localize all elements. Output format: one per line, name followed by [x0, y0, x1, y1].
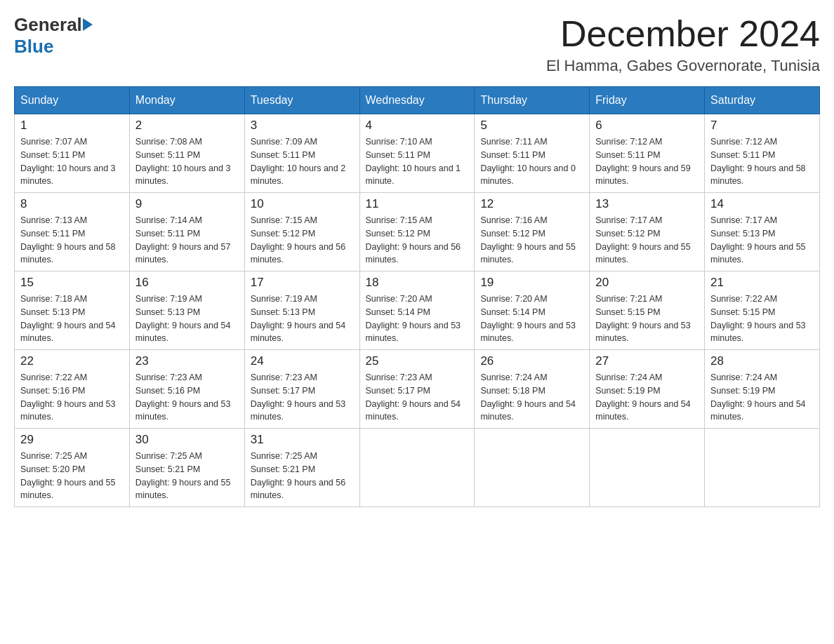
day-number: 19 [480, 276, 583, 290]
day-info: Sunrise: 7:25 AMSunset: 5:21 PMDaylight:… [135, 451, 231, 500]
calendar-cell: 4 Sunrise: 7:10 AMSunset: 5:11 PMDayligh… [359, 114, 475, 193]
day-number: 30 [135, 433, 239, 447]
calendar-cell: 22 Sunrise: 7:22 AMSunset: 5:16 PMDaylig… [15, 350, 130, 429]
calendar-cell: 7 Sunrise: 7:12 AMSunset: 5:11 PMDayligh… [705, 114, 820, 193]
day-info: Sunrise: 7:25 AMSunset: 5:21 PMDaylight:… [251, 451, 346, 500]
calendar-cell [705, 429, 820, 507]
day-number: 26 [480, 354, 583, 368]
calendar-cell: 5 Sunrise: 7:11 AMSunset: 5:11 PMDayligh… [475, 114, 590, 193]
day-number: 29 [20, 433, 124, 447]
calendar-cell: 16 Sunrise: 7:19 AMSunset: 5:13 PMDaylig… [129, 271, 244, 350]
day-number: 5 [480, 119, 583, 133]
day-info: Sunrise: 7:07 AMSunset: 5:11 PMDaylight:… [20, 137, 116, 186]
logo: General Blue [14, 14, 93, 58]
day-info: Sunrise: 7:13 AMSunset: 5:11 PMDaylight:… [20, 215, 116, 264]
calendar-week-row: 8 Sunrise: 7:13 AMSunset: 5:11 PMDayligh… [15, 193, 820, 271]
day-number: 22 [20, 354, 124, 368]
day-number: 21 [710, 276, 814, 290]
calendar-cell: 8 Sunrise: 7:13 AMSunset: 5:11 PMDayligh… [15, 193, 130, 271]
calendar-cell: 2 Sunrise: 7:08 AMSunset: 5:11 PMDayligh… [129, 114, 244, 193]
day-info: Sunrise: 7:12 AMSunset: 5:11 PMDaylight:… [710, 137, 806, 186]
day-info: Sunrise: 7:10 AMSunset: 5:11 PMDaylight:… [366, 137, 461, 186]
day-info: Sunrise: 7:17 AMSunset: 5:13 PMDaylight:… [710, 215, 806, 264]
day-number: 12 [480, 197, 583, 211]
calendar-cell: 21 Sunrise: 7:22 AMSunset: 5:15 PMDaylig… [705, 271, 820, 350]
day-info: Sunrise: 7:23 AMSunset: 5:16 PMDaylight:… [135, 373, 231, 422]
calendar-cell: 29 Sunrise: 7:25 AMSunset: 5:20 PMDaylig… [15, 429, 130, 507]
header-monday: Monday [129, 87, 244, 114]
day-number: 16 [135, 276, 239, 290]
day-info: Sunrise: 7:12 AMSunset: 5:11 PMDaylight:… [595, 137, 691, 186]
day-number: 17 [251, 276, 354, 290]
calendar-cell: 18 Sunrise: 7:20 AMSunset: 5:14 PMDaylig… [359, 271, 475, 350]
day-number: 18 [366, 276, 469, 290]
day-info: Sunrise: 7:17 AMSunset: 5:12 PMDaylight:… [595, 215, 691, 264]
day-info: Sunrise: 7:24 AMSunset: 5:19 PMDaylight:… [710, 373, 806, 422]
calendar-cell: 17 Sunrise: 7:19 AMSunset: 5:13 PMDaylig… [244, 271, 359, 350]
calendar-cell: 26 Sunrise: 7:24 AMSunset: 5:18 PMDaylig… [475, 350, 590, 429]
day-number: 1 [20, 119, 124, 133]
day-info: Sunrise: 7:21 AMSunset: 5:15 PMDaylight:… [595, 294, 691, 343]
calendar-cell [475, 429, 590, 507]
day-info: Sunrise: 7:08 AMSunset: 5:11 PMDaylight:… [135, 137, 231, 186]
day-info: Sunrise: 7:20 AMSunset: 5:14 PMDaylight:… [480, 294, 576, 343]
day-info: Sunrise: 7:22 AMSunset: 5:16 PMDaylight:… [20, 373, 116, 422]
day-info: Sunrise: 7:09 AMSunset: 5:11 PMDaylight:… [251, 137, 346, 186]
calendar-cell: 6 Sunrise: 7:12 AMSunset: 5:11 PMDayligh… [590, 114, 705, 193]
day-info: Sunrise: 7:19 AMSunset: 5:13 PMDaylight:… [251, 294, 346, 343]
calendar-cell: 23 Sunrise: 7:23 AMSunset: 5:16 PMDaylig… [129, 350, 244, 429]
day-info: Sunrise: 7:25 AMSunset: 5:20 PMDaylight:… [20, 451, 116, 500]
calendar-week-row: 15 Sunrise: 7:18 AMSunset: 5:13 PMDaylig… [15, 271, 820, 350]
location-title: El Hamma, Gabes Governorate, Tunisia [546, 57, 820, 75]
calendar-cell: 9 Sunrise: 7:14 AMSunset: 5:11 PMDayligh… [129, 193, 244, 271]
calendar-cell: 27 Sunrise: 7:24 AMSunset: 5:19 PMDaylig… [590, 350, 705, 429]
day-info: Sunrise: 7:23 AMSunset: 5:17 PMDaylight:… [366, 373, 461, 422]
calendar-cell: 13 Sunrise: 7:17 AMSunset: 5:12 PMDaylig… [590, 193, 705, 271]
header-friday: Friday [590, 87, 705, 114]
calendar-cell: 14 Sunrise: 7:17 AMSunset: 5:13 PMDaylig… [705, 193, 820, 271]
logo-triangle-icon [83, 18, 93, 31]
calendar-cell: 1 Sunrise: 7:07 AMSunset: 5:11 PMDayligh… [15, 114, 130, 193]
calendar-cell: 31 Sunrise: 7:25 AMSunset: 5:21 PMDaylig… [244, 429, 359, 507]
day-info: Sunrise: 7:24 AMSunset: 5:18 PMDaylight:… [480, 373, 576, 422]
calendar-cell [590, 429, 705, 507]
month-title: December 2024 [546, 14, 820, 54]
calendar-cell: 20 Sunrise: 7:21 AMSunset: 5:15 PMDaylig… [590, 271, 705, 350]
calendar-week-row: 1 Sunrise: 7:07 AMSunset: 5:11 PMDayligh… [15, 114, 820, 193]
day-number: 4 [366, 119, 469, 133]
day-number: 3 [251, 119, 354, 133]
day-info: Sunrise: 7:19 AMSunset: 5:13 PMDaylight:… [135, 294, 231, 343]
day-info: Sunrise: 7:15 AMSunset: 5:12 PMDaylight:… [251, 215, 346, 264]
header-sunday: Sunday [15, 87, 130, 114]
logo-blue-text: Blue [14, 36, 53, 57]
day-info: Sunrise: 7:24 AMSunset: 5:19 PMDaylight:… [595, 373, 691, 422]
calendar-cell: 25 Sunrise: 7:23 AMSunset: 5:17 PMDaylig… [359, 350, 475, 429]
calendar-table: Sunday Monday Tuesday Wednesday Thursday… [14, 86, 820, 507]
day-info: Sunrise: 7:20 AMSunset: 5:14 PMDaylight:… [366, 294, 461, 343]
calendar-cell: 28 Sunrise: 7:24 AMSunset: 5:19 PMDaylig… [705, 350, 820, 429]
header-saturday: Saturday [705, 87, 820, 114]
day-info: Sunrise: 7:22 AMSunset: 5:15 PMDaylight:… [710, 294, 806, 343]
calendar-cell: 30 Sunrise: 7:25 AMSunset: 5:21 PMDaylig… [129, 429, 244, 507]
day-number: 8 [20, 197, 124, 211]
day-number: 20 [595, 276, 699, 290]
day-info: Sunrise: 7:18 AMSunset: 5:13 PMDaylight:… [20, 294, 116, 343]
day-info: Sunrise: 7:16 AMSunset: 5:12 PMDaylight:… [480, 215, 576, 264]
page-header: General Blue December 2024 El Hamma, Gab… [14, 14, 820, 75]
day-number: 7 [710, 119, 814, 133]
day-number: 28 [710, 354, 814, 368]
day-number: 25 [366, 354, 469, 368]
header-tuesday: Tuesday [244, 87, 359, 114]
calendar-cell: 15 Sunrise: 7:18 AMSunset: 5:13 PMDaylig… [15, 271, 130, 350]
day-number: 2 [135, 119, 239, 133]
calendar-cell: 19 Sunrise: 7:20 AMSunset: 5:14 PMDaylig… [475, 271, 590, 350]
day-number: 9 [135, 197, 239, 211]
day-number: 27 [595, 354, 699, 368]
header-row: Sunday Monday Tuesday Wednesday Thursday… [15, 87, 820, 114]
day-number: 15 [20, 276, 124, 290]
day-number: 31 [251, 433, 354, 447]
day-number: 24 [251, 354, 354, 368]
calendar-body: 1 Sunrise: 7:07 AMSunset: 5:11 PMDayligh… [15, 114, 820, 507]
calendar-header: Sunday Monday Tuesday Wednesday Thursday… [15, 87, 820, 114]
day-number: 6 [595, 119, 699, 133]
